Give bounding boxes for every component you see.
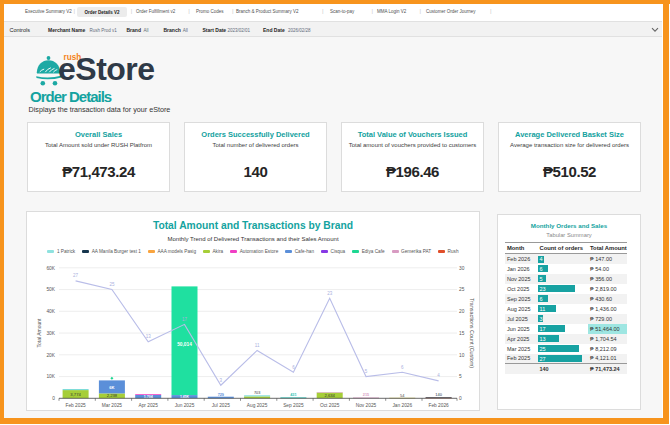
svg-text:20: 20 <box>459 309 465 314</box>
svg-text:10: 10 <box>459 353 465 358</box>
svg-text:0: 0 <box>52 396 55 401</box>
svg-text:40K: 40K <box>46 309 55 314</box>
svg-text:Nov 2025: Nov 2025 <box>356 403 377 408</box>
svg-text:729: 729 <box>218 393 224 397</box>
svg-text:54: 54 <box>400 393 405 398</box>
svg-text:27: 27 <box>73 273 79 278</box>
svg-text:Jun 2025: Jun 2025 <box>175 403 195 408</box>
svg-text:Total Amount: Total Amount <box>36 318 42 348</box>
svg-text:10K: 10K <box>46 374 55 379</box>
svg-text:60K: 60K <box>46 266 55 271</box>
svg-text:30K: 30K <box>46 331 55 336</box>
svg-text:25: 25 <box>109 282 115 287</box>
svg-text:140: 140 <box>435 392 442 397</box>
svg-text:Aug 2025: Aug 2025 <box>247 403 268 408</box>
svg-text:Oct 2025: Oct 2025 <box>320 403 340 408</box>
svg-text:30: 30 <box>459 266 465 271</box>
svg-text:17: 17 <box>182 317 188 322</box>
svg-text:6K: 6K <box>109 385 114 390</box>
svg-text:4: 4 <box>437 373 440 378</box>
svg-text:20K: 20K <box>46 353 55 358</box>
svg-text:Apr 2025: Apr 2025 <box>138 403 158 408</box>
svg-text:15: 15 <box>459 331 465 336</box>
svg-text:23: 23 <box>327 291 333 296</box>
svg-text:0: 0 <box>459 396 462 401</box>
svg-text:6: 6 <box>401 365 404 370</box>
svg-text:50,014: 50,014 <box>177 342 192 347</box>
svg-text:5: 5 <box>365 369 368 374</box>
svg-text:5: 5 <box>459 374 462 379</box>
svg-text:Jan 2026: Jan 2026 <box>392 403 412 408</box>
svg-text:Transactions Count (Custom): Transactions Count (Custom) <box>469 298 475 368</box>
svg-text:11: 11 <box>255 343 260 348</box>
svg-text:2,238: 2,238 <box>107 393 118 398</box>
svg-text:703: 703 <box>254 391 260 395</box>
svg-text:50K: 50K <box>46 287 55 292</box>
svg-text:215: 215 <box>363 393 369 397</box>
svg-text:13: 13 <box>146 334 152 339</box>
svg-text:Feb 2026: Feb 2026 <box>428 403 449 408</box>
svg-text:Feb 2025: Feb 2025 <box>65 403 86 408</box>
svg-text:3: 3 <box>220 378 223 383</box>
svg-text:Sep 2025: Sep 2025 <box>283 403 304 408</box>
svg-text:431: 431 <box>290 393 296 397</box>
svg-text:Jul 2025: Jul 2025 <box>212 403 230 408</box>
svg-text:Mar 2025: Mar 2025 <box>102 403 123 408</box>
svg-text:3,774: 3,774 <box>70 392 81 397</box>
svg-text:25: 25 <box>459 287 465 292</box>
svg-text:2,634: 2,634 <box>324 393 335 398</box>
